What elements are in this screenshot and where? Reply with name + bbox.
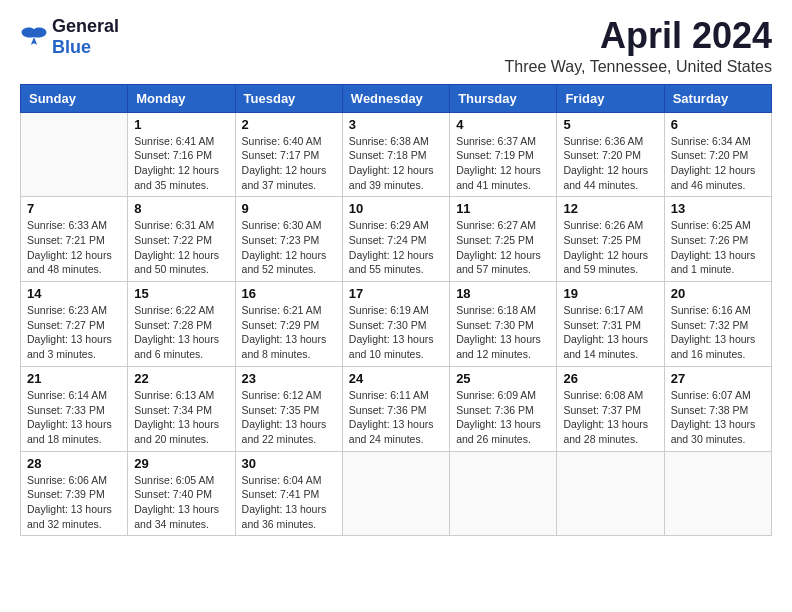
column-header-thursday: Thursday	[450, 84, 557, 112]
calendar-cell: 2Sunrise: 6:40 AMSunset: 7:17 PMDaylight…	[235, 112, 342, 197]
calendar-cell: 9Sunrise: 6:30 AMSunset: 7:23 PMDaylight…	[235, 197, 342, 282]
day-number: 30	[242, 456, 336, 471]
day-number: 15	[134, 286, 228, 301]
calendar-cell: 24Sunrise: 6:11 AMSunset: 7:36 PMDayligh…	[342, 366, 449, 451]
day-info: Sunrise: 6:06 AMSunset: 7:39 PMDaylight:…	[27, 473, 121, 532]
week-row-1: 1Sunrise: 6:41 AMSunset: 7:16 PMDaylight…	[21, 112, 772, 197]
day-info: Sunrise: 6:07 AMSunset: 7:38 PMDaylight:…	[671, 388, 765, 447]
day-info: Sunrise: 6:04 AMSunset: 7:41 PMDaylight:…	[242, 473, 336, 532]
day-info: Sunrise: 6:18 AMSunset: 7:30 PMDaylight:…	[456, 303, 550, 362]
day-info: Sunrise: 6:22 AMSunset: 7:28 PMDaylight:…	[134, 303, 228, 362]
day-info: Sunrise: 6:27 AMSunset: 7:25 PMDaylight:…	[456, 218, 550, 277]
day-number: 23	[242, 371, 336, 386]
page-header: General Blue April 2024 Three Way, Tenne…	[20, 16, 772, 76]
column-header-sunday: Sunday	[21, 84, 128, 112]
day-info: Sunrise: 6:37 AMSunset: 7:19 PMDaylight:…	[456, 134, 550, 193]
calendar-cell: 17Sunrise: 6:19 AMSunset: 7:30 PMDayligh…	[342, 282, 449, 367]
day-info: Sunrise: 6:17 AMSunset: 7:31 PMDaylight:…	[563, 303, 657, 362]
calendar-cell: 12Sunrise: 6:26 AMSunset: 7:25 PMDayligh…	[557, 197, 664, 282]
calendar-cell: 19Sunrise: 6:17 AMSunset: 7:31 PMDayligh…	[557, 282, 664, 367]
day-info: Sunrise: 6:23 AMSunset: 7:27 PMDaylight:…	[27, 303, 121, 362]
calendar-cell: 20Sunrise: 6:16 AMSunset: 7:32 PMDayligh…	[664, 282, 771, 367]
calendar-cell	[664, 451, 771, 536]
day-info: Sunrise: 6:19 AMSunset: 7:30 PMDaylight:…	[349, 303, 443, 362]
calendar-cell: 23Sunrise: 6:12 AMSunset: 7:35 PMDayligh…	[235, 366, 342, 451]
day-number: 6	[671, 117, 765, 132]
logo-blue: Blue	[52, 37, 91, 57]
day-info: Sunrise: 6:09 AMSunset: 7:36 PMDaylight:…	[456, 388, 550, 447]
day-info: Sunrise: 6:13 AMSunset: 7:34 PMDaylight:…	[134, 388, 228, 447]
calendar-cell: 28Sunrise: 6:06 AMSunset: 7:39 PMDayligh…	[21, 451, 128, 536]
day-number: 18	[456, 286, 550, 301]
day-number: 24	[349, 371, 443, 386]
day-number: 14	[27, 286, 121, 301]
day-info: Sunrise: 6:26 AMSunset: 7:25 PMDaylight:…	[563, 218, 657, 277]
column-header-wednesday: Wednesday	[342, 84, 449, 112]
day-number: 1	[134, 117, 228, 132]
calendar-cell: 18Sunrise: 6:18 AMSunset: 7:30 PMDayligh…	[450, 282, 557, 367]
week-row-2: 7Sunrise: 6:33 AMSunset: 7:21 PMDaylight…	[21, 197, 772, 282]
calendar-cell	[450, 451, 557, 536]
day-number: 5	[563, 117, 657, 132]
day-info: Sunrise: 6:11 AMSunset: 7:36 PMDaylight:…	[349, 388, 443, 447]
day-info: Sunrise: 6:41 AMSunset: 7:16 PMDaylight:…	[134, 134, 228, 193]
calendar-cell: 25Sunrise: 6:09 AMSunset: 7:36 PMDayligh…	[450, 366, 557, 451]
logo-text: General Blue	[52, 16, 119, 58]
day-number: 28	[27, 456, 121, 471]
column-header-friday: Friday	[557, 84, 664, 112]
day-number: 12	[563, 201, 657, 216]
day-number: 4	[456, 117, 550, 132]
column-header-saturday: Saturday	[664, 84, 771, 112]
calendar-cell	[557, 451, 664, 536]
day-info: Sunrise: 6:12 AMSunset: 7:35 PMDaylight:…	[242, 388, 336, 447]
calendar-cell: 5Sunrise: 6:36 AMSunset: 7:20 PMDaylight…	[557, 112, 664, 197]
day-info: Sunrise: 6:34 AMSunset: 7:20 PMDaylight:…	[671, 134, 765, 193]
day-number: 27	[671, 371, 765, 386]
day-number: 22	[134, 371, 228, 386]
calendar-cell: 3Sunrise: 6:38 AMSunset: 7:18 PMDaylight…	[342, 112, 449, 197]
day-number: 2	[242, 117, 336, 132]
day-info: Sunrise: 6:05 AMSunset: 7:40 PMDaylight:…	[134, 473, 228, 532]
logo: General Blue	[20, 16, 119, 58]
logo-bird-icon	[20, 26, 48, 48]
month-title: April 2024	[505, 16, 772, 56]
calendar-cell: 1Sunrise: 6:41 AMSunset: 7:16 PMDaylight…	[128, 112, 235, 197]
calendar-table: SundayMondayTuesdayWednesdayThursdayFrid…	[20, 84, 772, 537]
logo-general: General	[52, 16, 119, 36]
calendar-cell: 22Sunrise: 6:13 AMSunset: 7:34 PMDayligh…	[128, 366, 235, 451]
calendar-cell: 21Sunrise: 6:14 AMSunset: 7:33 PMDayligh…	[21, 366, 128, 451]
calendar-header-row: SundayMondayTuesdayWednesdayThursdayFrid…	[21, 84, 772, 112]
day-number: 7	[27, 201, 121, 216]
calendar-cell: 14Sunrise: 6:23 AMSunset: 7:27 PMDayligh…	[21, 282, 128, 367]
day-info: Sunrise: 6:38 AMSunset: 7:18 PMDaylight:…	[349, 134, 443, 193]
day-number: 11	[456, 201, 550, 216]
calendar-cell: 29Sunrise: 6:05 AMSunset: 7:40 PMDayligh…	[128, 451, 235, 536]
calendar-cell: 16Sunrise: 6:21 AMSunset: 7:29 PMDayligh…	[235, 282, 342, 367]
calendar-cell: 10Sunrise: 6:29 AMSunset: 7:24 PMDayligh…	[342, 197, 449, 282]
day-info: Sunrise: 6:25 AMSunset: 7:26 PMDaylight:…	[671, 218, 765, 277]
calendar-cell: 4Sunrise: 6:37 AMSunset: 7:19 PMDaylight…	[450, 112, 557, 197]
calendar-cell: 11Sunrise: 6:27 AMSunset: 7:25 PMDayligh…	[450, 197, 557, 282]
column-header-tuesday: Tuesday	[235, 84, 342, 112]
day-info: Sunrise: 6:31 AMSunset: 7:22 PMDaylight:…	[134, 218, 228, 277]
calendar-cell	[342, 451, 449, 536]
day-number: 10	[349, 201, 443, 216]
calendar-cell	[21, 112, 128, 197]
day-number: 16	[242, 286, 336, 301]
calendar-cell: 7Sunrise: 6:33 AMSunset: 7:21 PMDaylight…	[21, 197, 128, 282]
day-info: Sunrise: 6:14 AMSunset: 7:33 PMDaylight:…	[27, 388, 121, 447]
location-title: Three Way, Tennessee, United States	[505, 58, 772, 76]
calendar-cell: 15Sunrise: 6:22 AMSunset: 7:28 PMDayligh…	[128, 282, 235, 367]
day-info: Sunrise: 6:33 AMSunset: 7:21 PMDaylight:…	[27, 218, 121, 277]
calendar-cell: 8Sunrise: 6:31 AMSunset: 7:22 PMDaylight…	[128, 197, 235, 282]
day-number: 29	[134, 456, 228, 471]
calendar-cell: 27Sunrise: 6:07 AMSunset: 7:38 PMDayligh…	[664, 366, 771, 451]
day-info: Sunrise: 6:29 AMSunset: 7:24 PMDaylight:…	[349, 218, 443, 277]
day-info: Sunrise: 6:08 AMSunset: 7:37 PMDaylight:…	[563, 388, 657, 447]
week-row-3: 14Sunrise: 6:23 AMSunset: 7:27 PMDayligh…	[21, 282, 772, 367]
day-number: 20	[671, 286, 765, 301]
day-number: 19	[563, 286, 657, 301]
day-number: 26	[563, 371, 657, 386]
day-number: 25	[456, 371, 550, 386]
column-header-monday: Monday	[128, 84, 235, 112]
